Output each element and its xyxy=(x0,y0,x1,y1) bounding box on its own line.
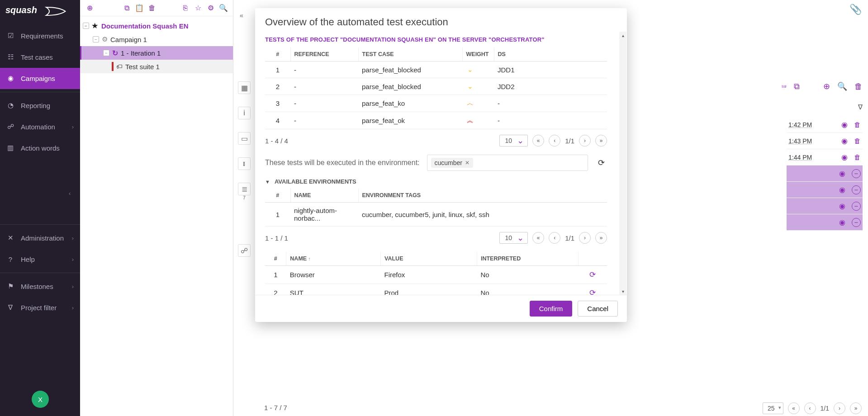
last-page-button[interactable]: » xyxy=(595,135,607,147)
play-icon[interactable]: ◉ xyxy=(841,137,848,145)
search-icon[interactable]: 🔍 xyxy=(218,3,228,13)
scroll-down-icon[interactable]: ▾ xyxy=(619,288,626,295)
play-icon[interactable]: ◉ xyxy=(839,169,845,178)
filter-icon[interactable]: ∇ xyxy=(858,103,863,111)
multi-tag-icon[interactable]: ⧉ xyxy=(794,82,800,91)
collapse-icon[interactable]: − xyxy=(103,50,109,56)
col-name[interactable]: NAME xyxy=(290,189,358,203)
sidebar-collapse[interactable]: ‹ xyxy=(69,190,71,197)
delete-icon[interactable]: 🗑 xyxy=(854,153,861,161)
col-name[interactable]: NAME xyxy=(286,252,381,266)
nav-project-filter[interactable]: ∇Project filter› xyxy=(0,297,80,318)
execution-row[interactable]: 1:43 PM ◉ 🗑 xyxy=(787,133,863,149)
table-row[interactable]: 1 Browser Firefox No ⟳ xyxy=(265,266,607,284)
execution-row[interactable]: ◉ − xyxy=(787,214,863,231)
execution-row[interactable]: ◉ − xyxy=(787,198,863,214)
page-size-select[interactable]: 10 xyxy=(499,135,528,147)
add-circle-icon[interactable]: ⊕ xyxy=(823,81,830,91)
page-size-select[interactable]: 25 xyxy=(763,402,783,414)
first-page-button[interactable]: « xyxy=(532,135,544,147)
execution-row[interactable]: ◉ − xyxy=(787,182,863,198)
scroll-up-icon[interactable]: ▴ xyxy=(619,32,626,39)
delete-icon[interactable]: 🗑 xyxy=(854,82,863,91)
delete-icon[interactable]: 🗑 xyxy=(147,3,157,13)
nav-help[interactable]: ?Help› xyxy=(0,249,80,270)
tree-campaign[interactable]: − ⚙ Campaign 1 xyxy=(80,33,233,46)
add-icon[interactable]: ⊕ xyxy=(85,3,95,13)
remove-icon[interactable]: − xyxy=(852,169,861,178)
star-icon[interactable]: ☆ xyxy=(193,3,203,13)
calendar-icon[interactable]: ▭ xyxy=(238,132,251,145)
sync-icon[interactable]: ⟳ xyxy=(578,284,607,295)
execution-row[interactable]: 1:42 PM ◉ 🗑 xyxy=(787,117,863,133)
chart-icon[interactable]: ⫾ xyxy=(238,157,251,170)
delete-icon[interactable]: 🗑 xyxy=(854,121,861,128)
table-row[interactable]: 4 - parse_feat_ok ︽ - xyxy=(265,112,607,129)
col-num[interactable]: # xyxy=(265,252,286,266)
play-icon[interactable]: ◉ xyxy=(839,202,845,210)
table-row[interactable]: 1 - parse_feat_blocked ⌄ JDD1 xyxy=(265,61,607,78)
avatar[interactable]: X xyxy=(32,391,49,408)
robot-icon[interactable]: ☍ xyxy=(238,244,251,257)
sync-icon[interactable]: ⟳ xyxy=(578,266,607,284)
last-page-button[interactable]: » xyxy=(595,232,607,244)
available-env-header[interactable]: ▼ AVAILABLE ENVIRONMENTS xyxy=(265,178,624,185)
gear-icon[interactable]: ⚙ xyxy=(206,3,216,13)
nav-action-words[interactable]: ▥Action words xyxy=(0,137,80,159)
page-size-select[interactable]: 10 xyxy=(499,232,528,244)
copy-icon[interactable]: ⧉ xyxy=(122,3,132,13)
nav-automation[interactable]: ☍Automation› xyxy=(0,116,80,137)
paste-icon[interactable]: 📋 xyxy=(134,3,144,13)
next-page-button[interactable]: › xyxy=(579,232,591,244)
play-icon[interactable]: ◉ xyxy=(841,120,848,129)
refresh-icon[interactable]: ⟳ xyxy=(595,157,607,169)
next-page-button[interactable]: › xyxy=(579,135,591,147)
delete-icon[interactable]: 🗑 xyxy=(854,137,861,145)
cancel-button[interactable]: Cancel xyxy=(578,301,618,317)
nav-requirements[interactable]: ☑Requirements xyxy=(0,25,80,47)
play-icon[interactable]: ◉ xyxy=(839,185,845,194)
col-num[interactable]: # xyxy=(265,47,290,61)
col-reference[interactable]: REFERENCE xyxy=(290,47,358,61)
nav-campaigns[interactable]: ◉Campaigns xyxy=(0,68,80,89)
nav-test-cases[interactable]: ☷Test cases xyxy=(0,47,80,68)
first-page-button[interactable]: « xyxy=(788,402,800,414)
prev-page-button[interactable]: ‹ xyxy=(549,232,560,244)
tree-project[interactable]: − ★ Documentation Squash EN xyxy=(80,19,233,33)
scrollbar[interactable]: ▴ ▾ xyxy=(619,32,626,295)
table-row[interactable]: 2 - parse_feat_blocked ⌄ JDD2 xyxy=(265,78,607,95)
first-page-button[interactable]: « xyxy=(532,232,544,244)
table-row[interactable]: 1 nightly-autom-norbac... cucumber, cucu… xyxy=(265,203,607,227)
search-icon[interactable]: 🔍 xyxy=(837,81,847,91)
play-icon[interactable]: ◉ xyxy=(841,153,848,161)
next-page-button[interactable]: › xyxy=(834,402,845,414)
list-icon[interactable]: ≣7 xyxy=(238,183,251,195)
prev-page-button[interactable]: ‹ xyxy=(804,402,816,414)
confirm-button[interactable]: Confirm xyxy=(530,301,573,317)
attachment-icon[interactable]: 📎 xyxy=(849,4,862,15)
collapse-icon[interactable]: − xyxy=(83,23,89,29)
table-row[interactable]: 3 - parse_feat_ko ︿ - xyxy=(265,95,607,112)
col-interpreted[interactable]: INTERPRETED xyxy=(477,252,578,266)
last-page-button[interactable]: » xyxy=(850,402,862,414)
remove-tag-icon[interactable]: ✕ xyxy=(465,160,470,166)
execution-row[interactable]: ◉ − xyxy=(787,165,863,182)
panel-collapse[interactable]: « xyxy=(240,12,243,19)
export-icon[interactable]: ⎘ xyxy=(180,3,190,13)
tree-iteration[interactable]: − ↻ 1 - Iteration 1 xyxy=(80,46,233,60)
tree-suite[interactable]: 🏷 Test suite 1 xyxy=(80,60,233,73)
env-tag-input[interactable]: cucumber ✕ xyxy=(427,155,588,171)
col-ds[interactable]: DS xyxy=(494,47,607,61)
prev-page-button[interactable]: ‹ xyxy=(549,135,560,147)
nav-administration[interactable]: ✕Administration› xyxy=(0,227,80,249)
nav-reporting[interactable]: ◔Reporting xyxy=(0,95,80,116)
remove-icon[interactable]: − xyxy=(852,202,861,211)
tag-add-icon[interactable]: ⎃ xyxy=(782,82,787,91)
table-row[interactable]: 2 SUT Prod No ⟳ xyxy=(265,284,607,295)
play-icon[interactable]: ◉ xyxy=(839,218,845,227)
collapse-icon[interactable]: − xyxy=(93,36,99,43)
col-tags[interactable]: ENVIRONMENT TAGS xyxy=(358,189,607,203)
remove-icon[interactable]: − xyxy=(852,218,861,227)
remove-icon[interactable]: − xyxy=(852,185,861,194)
col-value[interactable]: VALUE xyxy=(381,252,477,266)
